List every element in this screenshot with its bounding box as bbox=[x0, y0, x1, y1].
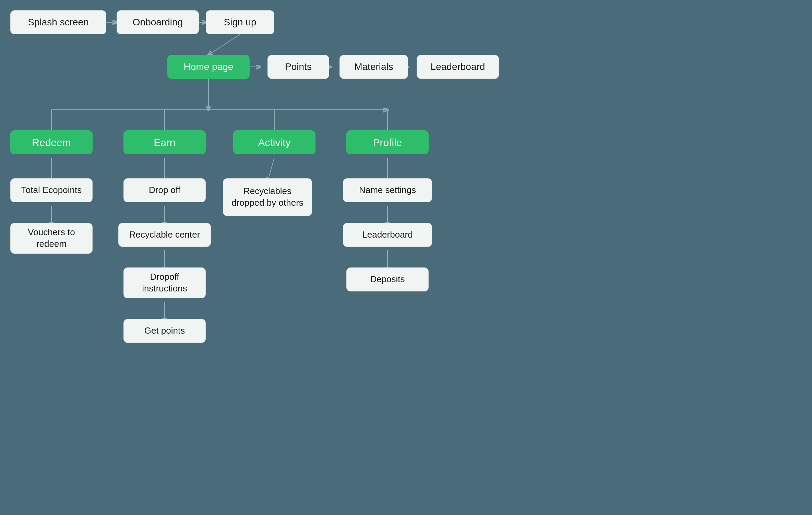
earn-node[interactable]: Earn bbox=[123, 130, 206, 154]
leaderboard-profile-node[interactable]: Leaderboard bbox=[343, 223, 432, 247]
diagram: Splash screen Onboarding Sign up Home pa… bbox=[0, 0, 812, 515]
redeem-node[interactable]: Redeem bbox=[10, 130, 93, 154]
homepage-node[interactable]: Home page bbox=[167, 55, 250, 79]
recyclable-center-node[interactable]: Recyclable center bbox=[118, 223, 211, 247]
activity-node[interactable]: Activity bbox=[233, 130, 315, 154]
materials-node[interactable]: Materials bbox=[339, 55, 408, 79]
total-ecopoints-node[interactable]: Total Ecopoints bbox=[10, 178, 93, 202]
name-settings-node[interactable]: Name settings bbox=[343, 178, 432, 202]
points-node[interactable]: Points bbox=[267, 55, 329, 79]
dropoff-instructions-node[interactable]: Dropoffinstructions bbox=[123, 267, 206, 298]
deposits-node[interactable]: Deposits bbox=[346, 267, 429, 291]
drop-off-node[interactable]: Drop off bbox=[123, 178, 206, 202]
signup-node[interactable]: Sign up bbox=[206, 10, 274, 34]
recyclables-others-node[interactable]: Recyclablesdropped by others bbox=[223, 178, 312, 216]
onboarding-node[interactable]: Onboarding bbox=[117, 10, 199, 34]
leaderboard-top-node[interactable]: Leaderboard bbox=[417, 55, 499, 79]
profile-node[interactable]: Profile bbox=[346, 130, 429, 154]
splash-screen-node[interactable]: Splash screen bbox=[10, 10, 106, 34]
svg-line-2 bbox=[208, 34, 240, 55]
get-points-node[interactable]: Get points bbox=[123, 319, 206, 343]
vouchers-node[interactable]: Vouchers toredeem bbox=[10, 223, 93, 254]
